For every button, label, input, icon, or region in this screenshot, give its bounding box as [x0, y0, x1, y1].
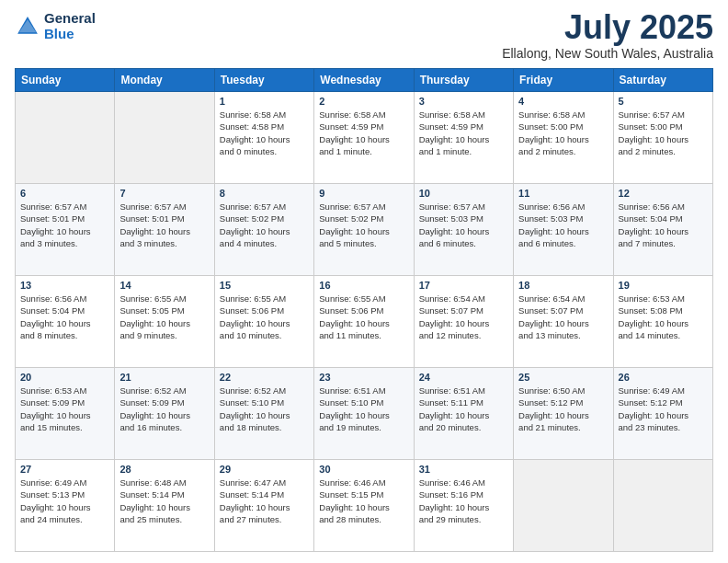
day-info: Sunrise: 6:58 AMSunset: 4:59 PMDaylight:… — [319, 109, 408, 157]
calendar-cell: 18Sunrise: 6:54 AMSunset: 5:07 PMDayligh… — [514, 276, 613, 368]
calendar-cell: 6Sunrise: 6:57 AMSunset: 5:01 PMDaylight… — [16, 184, 115, 276]
calendar-cell: 25Sunrise: 6:50 AMSunset: 5:12 PMDayligh… — [514, 368, 613, 460]
day-number: 24 — [419, 372, 508, 383]
calendar-cell: 19Sunrise: 6:53 AMSunset: 5:08 PMDayligh… — [613, 276, 712, 368]
calendar-cell: 9Sunrise: 6:57 AMSunset: 5:02 PMDaylight… — [314, 184, 414, 276]
day-number: 14 — [119, 280, 209, 291]
col-sunday: Sunday — [16, 69, 115, 92]
day-info: Sunrise: 6:54 AMSunset: 5:07 PMDaylight:… — [419, 293, 508, 341]
day-info: Sunrise: 6:51 AMSunset: 5:11 PMDaylight:… — [419, 385, 508, 433]
day-info: Sunrise: 6:54 AMSunset: 5:07 PMDaylight:… — [518, 293, 608, 341]
day-number: 17 — [419, 280, 508, 291]
calendar-cell: 3Sunrise: 6:58 AMSunset: 4:59 PMDaylight… — [414, 92, 513, 184]
calendar-header-row: Sunday Monday Tuesday Wednesday Thursday… — [16, 69, 713, 92]
day-number: 9 — [319, 188, 408, 199]
day-number: 26 — [619, 372, 708, 383]
day-info: Sunrise: 6:56 AMSunset: 5:04 PMDaylight:… — [619, 201, 708, 249]
day-number: 4 — [518, 96, 608, 107]
week-row-3: 13Sunrise: 6:56 AMSunset: 5:04 PMDayligh… — [16, 276, 713, 368]
calendar-cell: 5Sunrise: 6:57 AMSunset: 5:00 PMDaylight… — [613, 92, 712, 184]
day-number: 12 — [619, 188, 708, 199]
calendar-cell — [115, 92, 214, 184]
logo-text: General Blue — [44, 11, 96, 41]
calendar-cell: 8Sunrise: 6:57 AMSunset: 5:02 PMDaylight… — [214, 184, 313, 276]
day-number: 6 — [20, 188, 109, 199]
day-number: 20 — [20, 372, 109, 383]
calendar-cell: 28Sunrise: 6:48 AMSunset: 5:14 PMDayligh… — [115, 460, 214, 552]
day-info: Sunrise: 6:53 AMSunset: 5:09 PMDaylight:… — [20, 385, 109, 433]
day-info: Sunrise: 6:58 AMSunset: 4:58 PMDaylight:… — [220, 109, 309, 157]
col-saturday: Saturday — [613, 69, 712, 92]
day-number: 21 — [119, 372, 209, 383]
day-number: 19 — [619, 280, 708, 291]
day-info: Sunrise: 6:56 AMSunset: 5:03 PMDaylight:… — [518, 201, 608, 249]
col-monday: Monday — [115, 69, 214, 92]
day-info: Sunrise: 6:47 AMSunset: 5:14 PMDaylight:… — [220, 477, 309, 525]
page: General Blue July 2025 Ellalong, New Sou… — [0, 0, 728, 563]
col-wednesday: Wednesday — [314, 69, 414, 92]
day-info: Sunrise: 6:57 AMSunset: 5:00 PMDaylight:… — [619, 109, 708, 157]
week-row-5: 27Sunrise: 6:49 AMSunset: 5:13 PMDayligh… — [16, 460, 713, 552]
logo: General Blue — [15, 11, 96, 41]
day-info: Sunrise: 6:58 AMSunset: 4:59 PMDaylight:… — [419, 109, 508, 157]
day-number: 15 — [220, 280, 309, 291]
calendar-cell — [16, 92, 115, 184]
calendar-cell: 11Sunrise: 6:56 AMSunset: 5:03 PMDayligh… — [514, 184, 613, 276]
week-row-4: 20Sunrise: 6:53 AMSunset: 5:09 PMDayligh… — [16, 368, 713, 460]
day-number: 1 — [220, 96, 309, 107]
calendar-cell — [613, 460, 712, 552]
day-info: Sunrise: 6:49 AMSunset: 5:12 PMDaylight:… — [619, 385, 708, 433]
col-thursday: Thursday — [414, 69, 513, 92]
day-info: Sunrise: 6:55 AMSunset: 5:05 PMDaylight:… — [119, 293, 209, 341]
calendar-cell: 26Sunrise: 6:49 AMSunset: 5:12 PMDayligh… — [613, 368, 712, 460]
calendar-cell: 24Sunrise: 6:51 AMSunset: 5:11 PMDayligh… — [414, 368, 513, 460]
day-number: 25 — [518, 372, 608, 383]
day-number: 18 — [518, 280, 608, 291]
calendar-cell: 7Sunrise: 6:57 AMSunset: 5:01 PMDaylight… — [115, 184, 214, 276]
calendar-cell: 1Sunrise: 6:58 AMSunset: 4:58 PMDaylight… — [214, 92, 313, 184]
calendar-cell: 10Sunrise: 6:57 AMSunset: 5:03 PMDayligh… — [414, 184, 513, 276]
calendar-cell: 23Sunrise: 6:51 AMSunset: 5:10 PMDayligh… — [314, 368, 414, 460]
day-number: 8 — [220, 188, 309, 199]
week-row-2: 6Sunrise: 6:57 AMSunset: 5:01 PMDaylight… — [16, 184, 713, 276]
day-number: 27 — [20, 464, 109, 475]
day-info: Sunrise: 6:46 AMSunset: 5:16 PMDaylight:… — [419, 477, 508, 525]
calendar-cell: 30Sunrise: 6:46 AMSunset: 5:15 PMDayligh… — [314, 460, 414, 552]
day-number: 5 — [619, 96, 708, 107]
day-info: Sunrise: 6:57 AMSunset: 5:02 PMDaylight:… — [319, 201, 408, 249]
calendar: Sunday Monday Tuesday Wednesday Thursday… — [15, 68, 713, 552]
day-number: 2 — [319, 96, 408, 107]
calendar-cell: 20Sunrise: 6:53 AMSunset: 5:09 PMDayligh… — [16, 368, 115, 460]
day-number: 3 — [419, 96, 508, 107]
calendar-cell: 16Sunrise: 6:55 AMSunset: 5:06 PMDayligh… — [314, 276, 414, 368]
day-number: 13 — [20, 280, 109, 291]
day-info: Sunrise: 6:52 AMSunset: 5:09 PMDaylight:… — [119, 385, 209, 433]
day-info: Sunrise: 6:56 AMSunset: 5:04 PMDaylight:… — [20, 293, 109, 341]
svg-marker-1 — [19, 19, 37, 32]
day-info: Sunrise: 6:55 AMSunset: 5:06 PMDaylight:… — [319, 293, 408, 341]
day-info: Sunrise: 6:50 AMSunset: 5:12 PMDaylight:… — [518, 385, 608, 433]
calendar-cell: 15Sunrise: 6:55 AMSunset: 5:06 PMDayligh… — [214, 276, 313, 368]
day-info: Sunrise: 6:51 AMSunset: 5:10 PMDaylight:… — [319, 385, 408, 433]
day-info: Sunrise: 6:57 AMSunset: 5:01 PMDaylight:… — [119, 201, 209, 249]
day-info: Sunrise: 6:52 AMSunset: 5:10 PMDaylight:… — [220, 385, 309, 433]
day-number: 29 — [220, 464, 309, 475]
month-title: July 2025 — [502, 11, 713, 44]
day-info: Sunrise: 6:53 AMSunset: 5:08 PMDaylight:… — [619, 293, 708, 341]
day-info: Sunrise: 6:55 AMSunset: 5:06 PMDaylight:… — [220, 293, 309, 341]
calendar-cell: 14Sunrise: 6:55 AMSunset: 5:05 PMDayligh… — [115, 276, 214, 368]
calendar-cell: 2Sunrise: 6:58 AMSunset: 4:59 PMDaylight… — [314, 92, 414, 184]
calendar-cell: 17Sunrise: 6:54 AMSunset: 5:07 PMDayligh… — [414, 276, 513, 368]
day-info: Sunrise: 6:46 AMSunset: 5:15 PMDaylight:… — [319, 477, 408, 525]
header: General Blue July 2025 Ellalong, New Sou… — [15, 11, 713, 61]
day-number: 31 — [419, 464, 508, 475]
calendar-cell: 29Sunrise: 6:47 AMSunset: 5:14 PMDayligh… — [214, 460, 313, 552]
title-section: July 2025 Ellalong, New South Wales, Aus… — [502, 11, 713, 61]
day-number: 16 — [319, 280, 408, 291]
day-number: 11 — [518, 188, 608, 199]
calendar-cell: 13Sunrise: 6:56 AMSunset: 5:04 PMDayligh… — [16, 276, 115, 368]
calendar-cell: 12Sunrise: 6:56 AMSunset: 5:04 PMDayligh… — [613, 184, 712, 276]
day-info: Sunrise: 6:48 AMSunset: 5:14 PMDaylight:… — [119, 477, 209, 525]
location-title: Ellalong, New South Wales, Australia — [502, 46, 713, 61]
day-info: Sunrise: 6:57 AMSunset: 5:03 PMDaylight:… — [419, 201, 508, 249]
